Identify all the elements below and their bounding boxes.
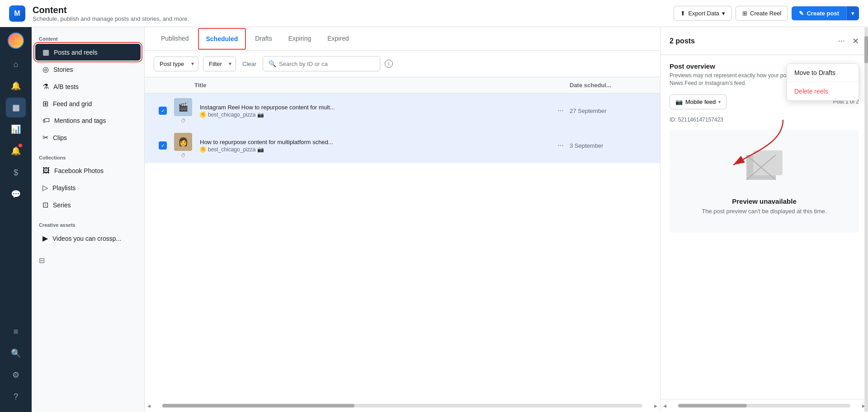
post-type-select[interactable]: Post type bbox=[154, 56, 198, 71]
sidebar-item-mentions-tags[interactable]: 🏷 Mentions and tags bbox=[35, 112, 141, 129]
row2-thumb-icon: 👩 bbox=[178, 137, 188, 147]
export-data-button[interactable]: ⬆ Export Data ▾ bbox=[674, 6, 732, 21]
post-id: ID: 521146147157423 bbox=[670, 117, 859, 123]
export-dropdown-arrow-icon: ▾ bbox=[722, 10, 725, 17]
right-panel-bottom-scroll: ◂ ▸ bbox=[660, 399, 868, 412]
row2-checkbox[interactable]: ✓ bbox=[159, 141, 167, 150]
panel-scrollbar-thumb[interactable] bbox=[864, 36, 868, 63]
sidebar-item-series[interactable]: ⊡ Series bbox=[35, 197, 141, 213]
table-row[interactable]: ✓ 👩 ⏱ How to repurpose content for multi… bbox=[145, 128, 660, 163]
collections-section-label: Collections bbox=[32, 151, 144, 162]
user-avatar[interactable] bbox=[8, 33, 24, 49]
tab-published[interactable]: Published bbox=[154, 28, 196, 49]
sidebar-item-feed-grid-label: Feed and grid bbox=[53, 100, 92, 108]
mobile-feed-selector[interactable]: 📷 Mobile feed ▾ bbox=[670, 94, 726, 109]
sidebar-help-icon[interactable]: ? bbox=[6, 387, 26, 407]
create-post-group: ✎ Create post ▾ bbox=[792, 6, 859, 20]
main-layout: ⌂ 🔔 ▦ 📊 🔔 $ 💬 ≡ 🔍 ⚙ ? Content ▦ Posts an… bbox=[0, 27, 868, 412]
sidebar-item-feed-grid[interactable]: ⊞ Feed and grid bbox=[35, 95, 141, 112]
row1-date: 27 September bbox=[570, 108, 651, 114]
panel-more-button[interactable]: ··· bbox=[835, 34, 849, 47]
sidebar-item-facebook-photos[interactable]: 🖼 Facebook Photos bbox=[35, 163, 141, 179]
sidebar-item-playlists-label: Playlists bbox=[52, 184, 75, 192]
panel-close-button[interactable]: ✕ bbox=[852, 36, 859, 46]
header-actions: ⬆ Export Data ▾ ⊞ Create Reel ✎ Create p… bbox=[674, 6, 859, 21]
sidebar-item-clips[interactable]: ✂ Clips bbox=[35, 129, 141, 146]
sidebar-chart-icon[interactable]: 📊 bbox=[6, 119, 26, 139]
sidebar-home-icon[interactable]: ⌂ bbox=[6, 54, 26, 74]
row1-checkbox[interactable]: ✓ bbox=[159, 107, 167, 115]
row2-instagram-icon: 📷 bbox=[257, 146, 264, 153]
filter-select[interactable]: Filter bbox=[203, 56, 236, 71]
search-input[interactable] bbox=[279, 61, 374, 67]
sidebar-settings-icon[interactable]: ⚙ bbox=[6, 365, 26, 385]
row2-date: 3 September bbox=[570, 142, 651, 149]
filter-wrapper: Filter bbox=[203, 56, 236, 71]
reel-icon: ⊞ bbox=[742, 10, 747, 17]
row2-thumb: 👩 ⏱ bbox=[172, 133, 194, 158]
row2-title: How to repurpose content for multiplatfo… bbox=[200, 139, 381, 145]
sidebar-search-icon[interactable]: 🔍 bbox=[6, 343, 26, 363]
page-subtitle: Schedule, publish and manage posts and s… bbox=[33, 15, 674, 22]
header-date-col: Date schedul... bbox=[570, 82, 651, 89]
preview-placeholder-image bbox=[744, 148, 785, 190]
context-move-drafts[interactable]: Move to Drafts bbox=[787, 64, 859, 82]
playlists-icon: ▷ bbox=[42, 183, 48, 192]
page-title: Content bbox=[33, 5, 674, 15]
sidebar-menu-icon[interactable]: ≡ bbox=[6, 322, 26, 342]
sidebar-item-videos-crosspost[interactable]: ▶ Videos you can crossp... bbox=[35, 230, 141, 247]
panel-posts-count: 2 posts bbox=[670, 37, 695, 45]
sidebar-notification-icon[interactable]: 🔔 bbox=[6, 141, 26, 161]
tab-expiring[interactable]: Expiring bbox=[281, 28, 319, 49]
bottom-scrollbar[interactable]: ◂ ▸ bbox=[145, 399, 660, 412]
sidebar-item-ab-tests[interactable]: ⚗ A/B tests bbox=[35, 78, 141, 95]
sidebar-content-icon[interactable]: ▦ bbox=[6, 98, 26, 117]
row1-title-block: Instagram Reel How to repurpose content … bbox=[194, 104, 552, 118]
tab-scheduled[interactable]: Scheduled bbox=[198, 28, 246, 50]
panel-content: Post overview Previews may not represent… bbox=[660, 55, 868, 399]
app-logo: M bbox=[9, 5, 25, 22]
panel-header: 2 posts ··· ✕ bbox=[660, 27, 868, 55]
row2-account-name: best_chicago_pizza bbox=[208, 146, 255, 153]
search-wrapper: 🔍 bbox=[263, 56, 380, 71]
collapse-sidebar-icon[interactable]: ⊟ bbox=[39, 257, 45, 264]
tab-expired[interactable]: Expired bbox=[320, 28, 356, 49]
svg-rect-1 bbox=[753, 150, 783, 175]
creative-section-label: Creative assets bbox=[32, 219, 144, 229]
clear-button[interactable]: Clear bbox=[241, 57, 258, 71]
tabs-bar: Published Scheduled Drafts Expiring Expi… bbox=[145, 27, 660, 51]
sidebar-chat-icon[interactable]: 💬 bbox=[6, 184, 26, 204]
posts-table: Title Date schedul... ✓ 🎬 ⏱ Instagram Re… bbox=[145, 77, 660, 399]
sidebar-item-posts-reels[interactable]: ▦ Posts and reels bbox=[35, 44, 141, 61]
search-info-icon[interactable]: i bbox=[385, 60, 393, 68]
sidebar-item-ab-tests-label: A/B tests bbox=[53, 83, 79, 90]
tab-drafts[interactable]: Drafts bbox=[248, 28, 279, 49]
videos-crosspost-icon: ▶ bbox=[42, 234, 48, 243]
icon-sidebar: ⌂ 🔔 ▦ 📊 🔔 $ 💬 ≡ 🔍 ⚙ ? bbox=[0, 27, 32, 412]
sidebar-money-icon[interactable]: $ bbox=[6, 163, 26, 183]
row2-account-avatar: 🍕 bbox=[200, 146, 206, 153]
context-delete-reels[interactable]: Delete reels bbox=[787, 82, 859, 100]
rpanel-scrollbar-track bbox=[678, 404, 850, 407]
sidebar-item-playlists[interactable]: ▷ Playlists bbox=[35, 179, 141, 196]
create-reel-button[interactable]: ⊞ Create Reel bbox=[736, 6, 788, 21]
sidebar-item-series-label: Series bbox=[53, 201, 71, 209]
feed-dropdown-arrow-icon: ▾ bbox=[718, 99, 721, 104]
create-post-button[interactable]: ✎ Create post bbox=[792, 6, 846, 20]
search-icon: 🔍 bbox=[269, 60, 276, 67]
create-post-dropdown-button[interactable]: ▾ bbox=[846, 6, 859, 20]
table-row[interactable]: ✓ 🎬 ⏱ Instagram Reel How to repurpose co… bbox=[145, 94, 660, 128]
sidebar-item-stories[interactable]: ◎ Stories bbox=[35, 61, 141, 78]
row2-more-button[interactable]: ··· bbox=[556, 140, 565, 151]
rpanel-scrollbar-thumb[interactable] bbox=[678, 404, 747, 407]
row1-instagram-icon: 📷 bbox=[257, 112, 264, 118]
row1-more-button[interactable]: ··· bbox=[556, 105, 565, 117]
rpanel-scroll-left-arrow[interactable]: ◂ bbox=[660, 402, 669, 409]
sidebar-bell-icon[interactable]: 🔔 bbox=[6, 76, 26, 96]
panel-scrollbar[interactable] bbox=[864, 27, 868, 412]
preview-unavail-desc: The post preview can't be displayed at t… bbox=[702, 208, 826, 215]
sidebar-item-videos-crosspost-label: Videos you can crossp... bbox=[52, 235, 121, 242]
scrollbar-thumb[interactable] bbox=[162, 404, 354, 407]
scroll-right-arrow[interactable]: ▸ bbox=[651, 402, 660, 409]
scroll-left-arrow[interactable]: ◂ bbox=[145, 402, 153, 409]
